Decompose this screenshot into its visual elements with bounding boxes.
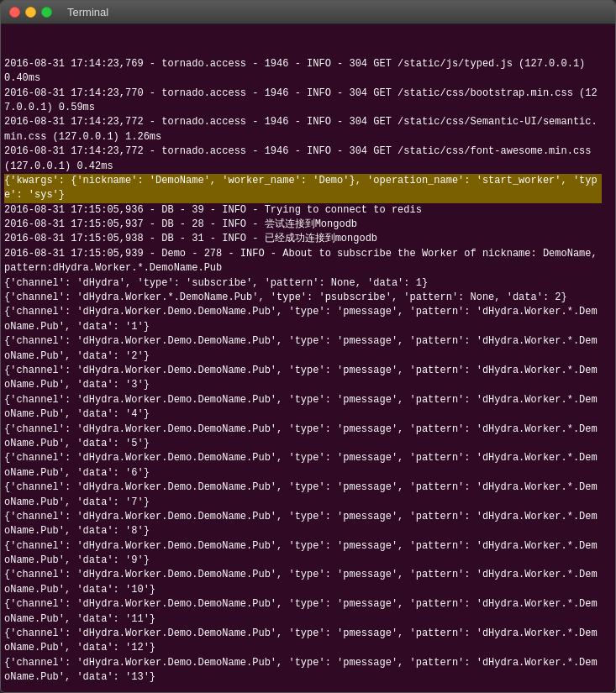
terminal-line: {'channel': 'dHydra.Worker.Demo.DemoName… — [4, 451, 602, 480]
terminal-line: {'channel': 'dHydra.Worker.Demo.DemoName… — [4, 539, 602, 569]
terminal-line: {'channel': 'dHydra.Worker.Demo.DemoName… — [4, 597, 602, 627]
titlebar: Terminal — [1, 1, 615, 24]
terminal-line: 2016-08-31 17:15:05,936 - DB - 39 - INFO… — [4, 203, 602, 218]
terminal-line: {'channel': 'dHydra.Worker.Demo.DemoName… — [4, 364, 602, 393]
window-title: Terminal — [67, 6, 108, 18]
terminal-line: {'channel': 'dHydra.Worker.Demo.DemoName… — [4, 393, 602, 423]
terminal-line: {'channel': 'dHydra.Worker.Demo.DemoName… — [4, 305, 602, 334]
close-button[interactable] — [9, 7, 20, 18]
terminal-line: {'channel': 'dHydra.Worker.Demo.DemoName… — [4, 568, 602, 597]
terminal-line: 2016-08-31 17:14:23,770 - tornado.access… — [4, 87, 602, 116]
terminal-line: 2016-08-31 17:14:23,769 - tornado.access… — [4, 57, 602, 87]
terminal-line: 2016-08-31 17:15:05,939 - Demo - 278 - I… — [4, 247, 602, 276]
traffic-lights — [9, 7, 52, 18]
terminal-line: {'channel': 'dHydra.Worker.Demo.DemoName… — [4, 334, 602, 364]
terminal-line: {'channel': 'dHydra.Worker.Demo.DemoName… — [4, 627, 602, 656]
terminal-line: {'channel': 'dHydra.Worker.Demo.DemoName… — [4, 510, 602, 539]
terminal-line: 2016-08-31 17:15:05,937 - DB - 28 - INFO… — [4, 218, 602, 232]
terminal-output[interactable]: 2016-08-31 17:14:23,769 - tornado.access… — [4, 28, 613, 689]
terminal-line: {'channel': 'dHydra', 'type': 'subscribe… — [4, 276, 602, 291]
terminal-line: 2016-08-31 17:14:23,772 - tornado.access… — [4, 115, 602, 144]
terminal-line: {'channel': 'dHydra.Worker.Demo.DemoName… — [4, 423, 602, 452]
terminal-line: {'channel': 'dHydra.Worker.Demo.DemoName… — [4, 656, 602, 685]
terminal-line: {'kwargs': {'nickname': 'DemoName', 'wor… — [4, 174, 602, 203]
terminal-line: 2016-08-31 17:15:05,938 - DB - 31 - INFO… — [4, 232, 602, 246]
minimize-button[interactable] — [25, 7, 36, 18]
maximize-button[interactable] — [41, 7, 52, 18]
terminal-line: {'channel': 'dHydra.Worker.*.DemoName.Pu… — [4, 291, 602, 305]
terminal-line: 2016-08-31 17:14:23,772 - tornado.access… — [4, 144, 602, 174]
terminal-line: {'channel': 'dHydra.Worker.Demo.DemoName… — [4, 480, 602, 510]
terminal-window: Terminal 2016-08-31 17:14:23,769 - torna… — [0, 0, 616, 693]
terminal-body[interactable]: 2016-08-31 17:14:23,769 - tornado.access… — [1, 24, 615, 692]
